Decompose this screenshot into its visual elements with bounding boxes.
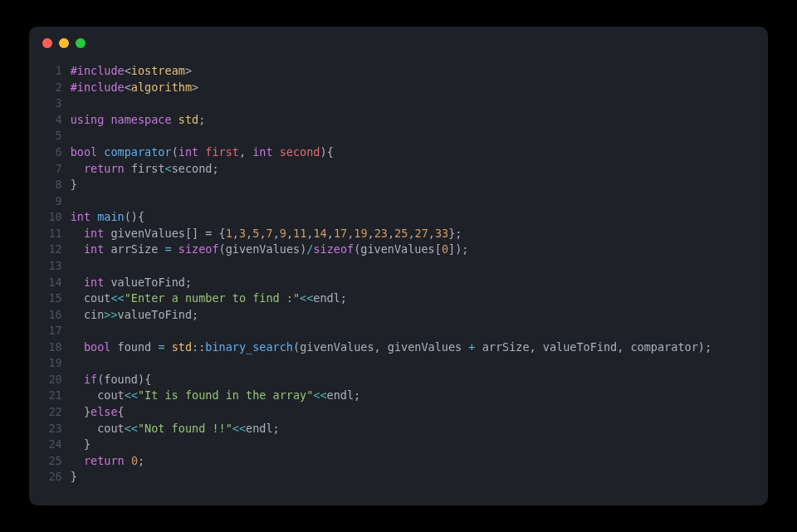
token-num: 19: [354, 227, 367, 240]
token-str: "Enter a number to find :": [125, 291, 300, 305]
token-plain: [71, 373, 84, 386]
code-content: cout<<"Enter a number to find :"<<endl;: [71, 290, 751, 307]
line-number: 5: [46, 128, 71, 144]
line-number: 25: [46, 453, 71, 470]
code-content: return first<second;: [71, 161, 751, 178]
token-punct: <: [125, 64, 131, 77]
token-prop: std: [172, 340, 192, 354]
token-kw: return: [84, 454, 125, 467]
zoom-icon[interactable]: [76, 38, 86, 48]
token-prop: std: [178, 113, 198, 126]
code-content: int valueToFind;: [71, 275, 751, 291]
code-content: int main(){: [71, 209, 751, 226]
token-ident: givenValues: [300, 340, 374, 354]
line-number: 10: [46, 209, 71, 226]
code-line: 3: [46, 95, 751, 112]
token-type: int: [84, 276, 104, 289]
line-number: 2: [46, 80, 71, 96]
token-punct: ){: [138, 373, 151, 386]
code-content: [71, 95, 751, 112]
token-punct: (: [293, 340, 300, 354]
token-fn: main: [97, 210, 125, 223]
token-punct: ;: [138, 454, 144, 467]
close-icon[interactable]: [42, 38, 52, 48]
token-plain: [172, 242, 178, 256]
token-num: 3: [239, 227, 246, 240]
window-titlebar: [29, 27, 768, 53]
code-line: 11 int givenValues[] = {1,3,5,7,9,11,14,…: [46, 226, 751, 242]
token-num: 27: [415, 227, 428, 240]
code-content: #include<iostream>: [71, 63, 751, 80]
token-plain: [71, 422, 98, 435]
token-plain: [90, 210, 97, 223]
token-punct: ,: [232, 227, 239, 240]
code-line: 13: [46, 258, 751, 275]
code-line: 15 cout<<"Enter a number to find :"<<end…: [46, 290, 751, 307]
code-line: 12 int arrSize = sizeof(givenValues)/siz…: [46, 242, 751, 258]
token-kw: sizeof: [178, 242, 219, 256]
code-line: 23 cout<<"Not found !!"<<endl;: [46, 421, 751, 437]
line-number: 9: [46, 193, 71, 210]
token-type: int: [252, 145, 272, 159]
token-plain: [71, 242, 84, 256]
code-line: 6bool comparator(int first, int second){: [46, 144, 751, 161]
code-line: 2#include<algorithm>: [46, 80, 751, 96]
token-type: int: [84, 242, 104, 256]
token-plain: [71, 291, 84, 305]
token-op: +: [468, 340, 475, 354]
token-var: first: [205, 145, 239, 159]
token-punct: ::: [192, 340, 205, 354]
code-content: }: [71, 177, 751, 193]
token-plain: [71, 276, 84, 289]
token-op: <<: [110, 291, 124, 305]
token-plain: [71, 405, 84, 418]
code-line: 16 cin>>valueToFind;: [46, 307, 751, 324]
token-num: 0: [442, 242, 448, 256]
token-punct: }: [71, 178, 77, 191]
token-type: bool: [84, 340, 111, 354]
token-punct: );: [698, 340, 711, 354]
token-op: =: [158, 340, 164, 354]
token-kw: using: [71, 113, 105, 126]
token-kw: return: [84, 162, 125, 175]
code-line: 26}: [46, 469, 751, 486]
token-punct: (: [219, 242, 226, 256]
token-punct: ,: [617, 340, 630, 354]
token-punct: >: [185, 64, 192, 77]
token-punct: ,: [428, 227, 435, 240]
token-num: 9: [280, 227, 286, 240]
token-punct: ,: [388, 227, 394, 240]
token-ident: second: [172, 162, 213, 175]
token-num: 25: [394, 227, 408, 240]
token-op: <<: [125, 422, 138, 435]
token-op: =: [165, 242, 172, 256]
token-kw: #include: [71, 81, 125, 94]
token-plain: [476, 340, 482, 354]
token-plain: [71, 308, 84, 321]
code-line: 14 int valueToFind;: [46, 275, 751, 291]
token-punct: ;: [212, 162, 218, 175]
token-punct: {: [118, 405, 125, 418]
code-line: 25 return 0;: [46, 453, 751, 470]
token-plain: [273, 145, 280, 159]
token-op: <<: [232, 422, 246, 435]
token-punct: }: [84, 437, 90, 451]
line-number: 19: [46, 355, 71, 372]
token-punct: [] = {: [185, 227, 226, 240]
token-ident: cout: [97, 422, 125, 435]
token-fn: binary_search: [205, 340, 293, 354]
minimize-icon[interactable]: [59, 38, 69, 48]
token-prop: iostream: [131, 64, 185, 77]
line-number: 20: [46, 372, 71, 388]
token-str: "It is found in the array": [138, 388, 313, 402]
token-str: "Not found !!": [138, 422, 232, 435]
code-line: 5: [46, 128, 751, 144]
code-content: }else{: [71, 404, 751, 421]
token-ident: first: [131, 162, 165, 175]
code-line: 1#include<iostream>: [46, 63, 751, 80]
code-editor[interactable]: 1#include<iostream>2#include<algorithm>3…: [29, 53, 768, 505]
token-plain: [125, 162, 131, 175]
token-punct: }: [84, 405, 90, 418]
token-punct: ;: [340, 291, 347, 305]
code-content: [71, 128, 751, 144]
